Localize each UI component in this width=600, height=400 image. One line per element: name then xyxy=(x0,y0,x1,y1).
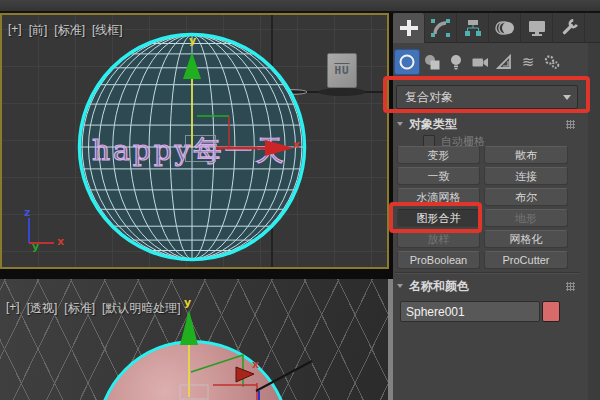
category-helpers[interactable] xyxy=(492,49,516,75)
tab-motion[interactable] xyxy=(489,13,521,43)
tab-create[interactable] xyxy=(393,13,425,43)
category-geometry[interactable] xyxy=(394,49,420,75)
rollout-title: 对象类型 xyxy=(409,116,457,133)
button-proboolean[interactable]: ProBoolean xyxy=(397,251,480,269)
camera-icon xyxy=(471,53,489,71)
gizmo-y-label: y xyxy=(189,35,196,46)
button-morph[interactable]: 变形 xyxy=(397,146,480,164)
command-panel-tabs xyxy=(393,13,600,43)
tab-utilities[interactable] xyxy=(553,13,585,43)
rollout-grip-icon xyxy=(566,282,575,291)
viewport-panel-splitter[interactable] xyxy=(388,279,393,400)
tripod-y-label: y xyxy=(32,241,39,252)
create-category-bar: ≋ xyxy=(394,49,564,75)
light-bulb-icon xyxy=(447,53,465,71)
viewport-menu[interactable]: [+] xyxy=(8,22,22,39)
viewport-render-type[interactable]: [标准] xyxy=(54,22,85,39)
button-mesher[interactable]: 网格化 xyxy=(484,230,568,248)
tripod-z-label: z xyxy=(24,207,30,218)
hierarchy-tree-icon xyxy=(462,18,484,38)
shapes-icon xyxy=(423,53,441,71)
annotation-box-shapemerge xyxy=(389,202,482,233)
viewport-shading-mode[interactable]: [线框] xyxy=(92,22,123,39)
button-procutter[interactable]: ProCutter xyxy=(484,251,568,269)
modify-arc-icon xyxy=(430,18,452,38)
tripod-x-label: x xyxy=(57,236,64,247)
window-top-bar xyxy=(0,0,600,13)
gizmo-x-label: x xyxy=(293,139,300,150)
viewport-view-name[interactable]: [透视] xyxy=(27,300,58,317)
rollout-object-type[interactable]: 对象类型 xyxy=(397,116,575,132)
gizmo-y-label: y xyxy=(184,297,191,308)
motion-circles-icon xyxy=(494,18,516,38)
annotation-box-dropdown xyxy=(383,76,590,113)
rollout-collapse-icon xyxy=(397,284,403,288)
button-boolean[interactable]: 布尔 xyxy=(484,188,568,206)
button-conform[interactable]: 一致 xyxy=(397,167,480,185)
button-terrain[interactable]: 地形 xyxy=(484,209,568,227)
perspective-gizmo-overlay xyxy=(0,279,388,400)
viewport-front[interactable]: HU happy每一天 y x z x y [+] [前] [标准] [线框] xyxy=(0,13,389,269)
category-space-warps[interactable]: ≋ xyxy=(516,49,540,75)
category-cameras[interactable] xyxy=(468,49,492,75)
category-shapes[interactable] xyxy=(420,49,444,75)
gizmo-x-label: x xyxy=(252,359,259,370)
geometry-sphere-icon xyxy=(398,53,416,71)
move-gizmo[interactable] xyxy=(180,310,259,400)
edge-on-text-spline xyxy=(256,361,312,391)
utilities-wrench-icon xyxy=(558,18,580,38)
category-systems[interactable] xyxy=(540,49,564,75)
display-monitor-icon xyxy=(526,18,548,38)
button-scatter[interactable]: 散布 xyxy=(484,146,568,164)
create-plus-icon xyxy=(398,18,420,38)
rollout-separator xyxy=(395,272,579,274)
viewport-render-type[interactable]: [标准] xyxy=(64,300,95,317)
rollout-grip-icon xyxy=(566,120,575,129)
rollout-name-color[interactable]: 名称和颜色 xyxy=(397,278,575,294)
move-gizmo[interactable] xyxy=(183,52,294,156)
viewport-view-name[interactable]: [前] xyxy=(29,22,48,39)
rollout-title: 名称和颜色 xyxy=(409,278,469,295)
object-name-input[interactable] xyxy=(400,301,540,322)
systems-gears-icon xyxy=(543,53,561,71)
helpers-triangle-icon xyxy=(495,53,513,71)
front-viewport-label[interactable]: [+] [前] [标准] [线框] xyxy=(8,22,123,39)
tab-modify[interactable] xyxy=(425,13,457,43)
tab-hierarchy[interactable] xyxy=(457,13,489,43)
category-lights[interactable] xyxy=(444,49,468,75)
perspective-viewport-label[interactable]: [+] [透视] [标准] [默认明暗处理] xyxy=(6,300,181,317)
viewport-menu[interactable]: [+] xyxy=(6,300,20,317)
object-color-swatch[interactable] xyxy=(542,301,560,322)
button-connect[interactable]: 连接 xyxy=(484,167,568,185)
viewport-perspective[interactable]: y x [+] [透视] [标准] [默认明暗处理] xyxy=(0,279,388,400)
tab-display[interactable] xyxy=(521,13,553,43)
gizmo-plane-handle xyxy=(180,385,208,399)
viewport-shading-mode[interactable]: [默认明暗处理] xyxy=(102,300,181,317)
rollout-collapse-icon xyxy=(397,122,403,126)
space-warps-waves-icon: ≋ xyxy=(522,55,535,70)
front-gizmo-overlay xyxy=(2,15,387,267)
